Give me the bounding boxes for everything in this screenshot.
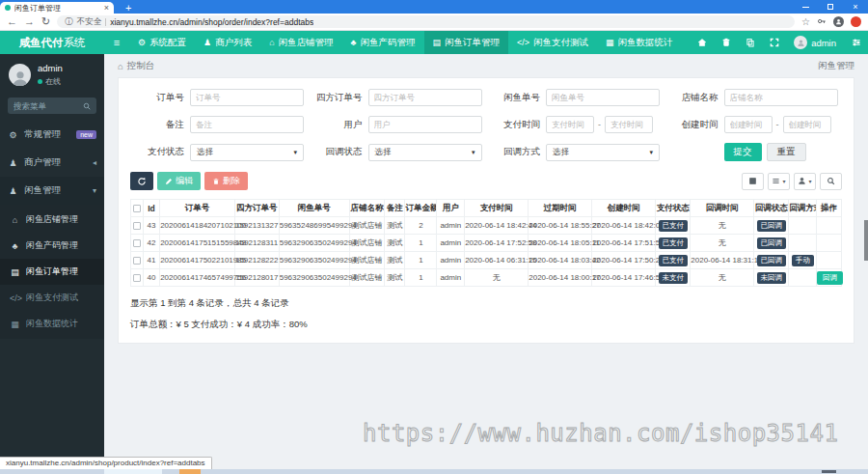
scrollbar-thumb[interactable]: [864, 220, 868, 261]
sidebar-toggle-icon[interactable]: ≡: [104, 31, 129, 54]
url-bar[interactable]: ⓘ 不安全 xianyu.tmallzhe.cn/admin/shop/orde…: [57, 15, 795, 28]
columns-toggle-button[interactable]: ▾: [768, 173, 790, 190]
col-callback-time[interactable]: 回调时间: [691, 200, 754, 217]
refresh-button[interactable]: [130, 172, 153, 190]
tab-title: 闲鱼订单管理: [14, 3, 100, 14]
col-create-time[interactable]: 创建时间: [592, 200, 656, 217]
new-tab-button[interactable]: +: [125, 2, 131, 14]
back-icon[interactable]: ←: [7, 16, 17, 27]
col-callback-status[interactable]: 回调状态: [754, 200, 789, 217]
col-remark[interactable]: 备注: [384, 200, 405, 217]
export-user-button[interactable]: ▾: [794, 173, 816, 190]
sidebar-item-xianyu[interactable]: ♟ 闲鱼管理 ▾: [0, 177, 104, 205]
nav-item-merchant-list[interactable]: ♟商户列表: [195, 31, 260, 54]
sidebar-menu: ⚙ 常规管理 new ♟ 商户管理 ◂ ♟ 闲鱼管理 ▾ ⌂闲鱼店铺管理 ♣闲鱼…: [0, 121, 104, 339]
search-toggle-button[interactable]: [820, 173, 842, 190]
col-pay-status[interactable]: 支付状态: [656, 200, 691, 217]
recycle-bin-button[interactable]: [742, 173, 764, 190]
sidebar-item-pay-test[interactable]: </>闲鱼支付测试: [0, 285, 104, 311]
submit-button[interactable]: 提交: [724, 143, 762, 161]
callback-button[interactable]: 回调: [817, 271, 843, 285]
col-amount[interactable]: 订单金额: [405, 200, 437, 217]
navbar-username[interactable]: admin: [811, 38, 836, 48]
col-callback-method[interactable]: 回调方式: [789, 200, 817, 217]
sidebar-item-code-manage[interactable]: ♣闲鱼产码管理: [0, 233, 104, 259]
window-close-icon[interactable]: ×: [843, 0, 868, 14]
chevron-down-icon: ▾: [293, 149, 297, 156]
row-checkbox[interactable]: [133, 239, 141, 247]
create-time-start-input[interactable]: [724, 116, 773, 133]
row-checkbox[interactable]: [133, 222, 141, 230]
nav-item-code-manage[interactable]: ♣闲鱼产码管理: [342, 31, 424, 54]
browser-tab[interactable]: 闲鱼订单管理 ×: [0, 2, 114, 14]
nav-item-system-config[interactable]: ⚙系统配置: [129, 31, 195, 54]
sidebar-search-input[interactable]: [14, 101, 79, 111]
extension-red-icon[interactable]: [851, 16, 861, 27]
key-icon[interactable]: [817, 16, 827, 28]
row-checkbox[interactable]: [133, 257, 141, 265]
info-icon[interactable]: ⓘ: [65, 16, 73, 28]
fourth-no-input[interactable]: [368, 89, 482, 106]
breadcrumb-left[interactable]: 控制台: [127, 60, 155, 72]
edit-button[interactable]: 编辑: [157, 172, 201, 190]
users-icon: ♟: [8, 158, 18, 168]
profile-icon[interactable]: [833, 16, 844, 27]
taskbar-clock-sliver: [822, 470, 836, 473]
row-checkbox[interactable]: [133, 274, 141, 282]
trash-icon[interactable]: [714, 38, 738, 47]
sidebar-item-data-stats[interactable]: ▦闲鱼数据统计: [0, 311, 104, 337]
xianyu-no-input[interactable]: [546, 89, 660, 106]
callback-status-select[interactable]: 选择▾: [368, 144, 482, 161]
col-expire-time[interactable]: 过期时间: [529, 200, 592, 217]
window-maximize-icon[interactable]: [818, 0, 843, 14]
col-xianyu-no[interactable]: 闲鱼单号: [279, 200, 349, 217]
col-order-no[interactable]: 订单号: [160, 200, 235, 217]
callback-method-select[interactable]: 选择▾: [546, 144, 660, 161]
navbar-avatar[interactable]: [794, 36, 807, 49]
tab-close-icon[interactable]: ×: [104, 4, 109, 13]
nav-item-pay-test[interactable]: </>闲鱼支付测试: [508, 31, 597, 54]
remark-input[interactable]: [190, 116, 304, 133]
user-input[interactable]: [368, 116, 482, 133]
sidebar-avatar[interactable]: [9, 64, 31, 86]
create-time-end-input[interactable]: [783, 116, 831, 133]
table-row[interactable]: 42 20200614175151559848 1592128311 59632…: [131, 235, 842, 252]
home-icon[interactable]: [690, 38, 714, 47]
app-navbar: 咸鱼代付系统 ≡ ⚙系统配置 ♟商户列表 ⌂闲鱼店铺管理 ♣闲鱼产码管理 ▤闲鱼…: [0, 31, 868, 54]
bookmark-star-icon[interactable]: ☆: [801, 17, 810, 27]
pay-status-select[interactable]: 选择▾: [190, 144, 304, 161]
sidebar-item-shop-manage[interactable]: ⌂闲鱼店铺管理: [0, 207, 104, 233]
reload-icon[interactable]: ↻: [41, 16, 50, 27]
nav-item-data-stats[interactable]: ▦闲鱼数据统计: [597, 31, 682, 54]
col-shop[interactable]: 店铺名称: [349, 200, 384, 217]
sidebar-item-general[interactable]: ⚙ 常规管理 new: [0, 121, 104, 149]
nav-item-shop-manage[interactable]: ⌂闲鱼店铺管理: [260, 31, 341, 54]
forward-icon[interactable]: →: [24, 16, 35, 27]
taskbar-strip: [0, 469, 868, 474]
window-minimize-icon[interactable]: [793, 0, 818, 14]
main-content: ⌂控制台 闲鱼管理 订单号 四方订单号 闲鱼单号 店铺名称 备注 用户 支付时间…: [104, 54, 868, 474]
url-text[interactable]: xianyu.tmallzhe.cn/admin/shop/order/inde…: [110, 17, 313, 27]
col-pay-time[interactable]: 支付时间: [465, 200, 529, 217]
app-logo[interactable]: 咸鱼代付系统: [0, 31, 104, 54]
reset-button[interactable]: 重置: [767, 143, 806, 161]
table-row[interactable]: 40 20200614174657499756 1592128017 59632…: [131, 269, 842, 287]
fullscreen-icon[interactable]: [762, 38, 786, 47]
pay-time-start-input[interactable]: [546, 116, 594, 133]
col-user[interactable]: 用户: [437, 200, 465, 217]
sidebar-item-order-manage[interactable]: ▤闲鱼订单管理: [0, 259, 104, 285]
shop-name-input[interactable]: [724, 89, 838, 106]
table-row[interactable]: 43 20200614184207102100 1592131327 59635…: [131, 217, 842, 235]
table-row[interactable]: 41 20200614175022101985 1592128222 59632…: [131, 252, 842, 269]
settings-sliders-icon[interactable]: [844, 38, 868, 47]
pay-time-end-input[interactable]: [605, 116, 653, 133]
select-all-checkbox[interactable]: [133, 205, 141, 212]
nav-item-order-manage[interactable]: ▤闲鱼订单管理: [424, 31, 509, 54]
delete-button[interactable]: 删除: [204, 172, 248, 190]
order-no-input[interactable]: [190, 89, 304, 106]
col-id[interactable]: Id: [143, 200, 159, 217]
copy-icon[interactable]: [738, 38, 762, 47]
sidebar-search[interactable]: [8, 98, 96, 114]
col-fourth-no[interactable]: 四方订单号: [234, 200, 279, 217]
sidebar-item-merchant[interactable]: ♟ 商户管理 ◂: [0, 149, 104, 177]
